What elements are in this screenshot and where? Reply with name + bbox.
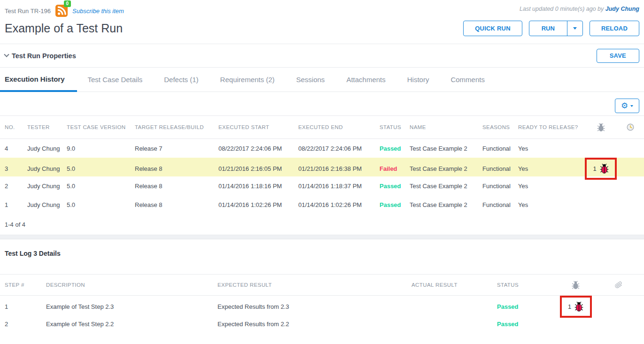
section-divider [0, 235, 644, 239]
tab-execution-history[interactable]: Execution History [0, 68, 77, 92]
execution-history-table: NO. TESTER TEST CASE VERSION TARGET RELE… [0, 115, 644, 214]
header-actions: QUICK RUN RUN RELOAD [463, 21, 639, 36]
test-run-properties-toggle[interactable]: Test Run Properties [5, 52, 76, 60]
status-badge: Failed [380, 165, 410, 172]
status-badge: Passed [380, 201, 410, 208]
tab-defects[interactable]: Defects (1) [153, 68, 209, 92]
cell-tester: Judy Chung [27, 183, 67, 190]
test-log-details-title: Test Log 3 Details [0, 239, 644, 257]
clock-icon [627, 123, 634, 131]
cell-start: 01/21/2016 2:16:05 PM [218, 165, 298, 172]
subscription-count-badge: 0 [64, 0, 71, 7]
subscribe-link[interactable]: Subscribe this item [72, 8, 124, 15]
cell-tester: Judy Chung [27, 145, 67, 152]
cell-no: 3 [5, 165, 27, 172]
cell-tester: Judy Chung [27, 165, 67, 172]
run-dropdown-button[interactable] [567, 21, 582, 36]
col-seasons[interactable]: SEASONS [482, 124, 518, 130]
test-log-steps-table: STEP # DESCRIPTION EXPECTED RESULT ACTUA… [0, 274, 644, 333]
col-attachments[interactable] [593, 281, 644, 289]
step-row[interactable]: 1 Example of Test Step 2.3 Expected Resu… [0, 296, 644, 314]
status-badge: Passed [497, 303, 558, 310]
tab-requirements[interactable]: Requirements (2) [209, 68, 286, 92]
defect-annotation-box[interactable]: 1 [585, 158, 617, 180]
col-defects[interactable] [585, 123, 617, 132]
cell-description: Example of Test Step 2.3 [46, 303, 217, 310]
execution-row-selected[interactable]: 3 Judy Chung 5.0 Release 8 01/21/2016 2:… [0, 158, 644, 176]
col-no[interactable]: NO. [5, 124, 27, 130]
execution-row[interactable]: 4 Judy Chung 9.0 Release 7 08/22/2017 2:… [0, 139, 644, 158]
col-name[interactable]: NAME [410, 124, 482, 130]
col-step-number[interactable]: STEP # [5, 282, 46, 288]
execution-row[interactable]: 1 Judy Chung 5.0 Release 8 01/14/2016 1:… [0, 195, 644, 214]
col-time-tracking[interactable] [617, 123, 644, 131]
cell-version: 5.0 [67, 201, 135, 208]
cell-step: 2 [5, 321, 46, 328]
defect-count: 1 [568, 303, 571, 310]
ladybug-icon [574, 301, 583, 312]
cell-seasons: Functional [482, 145, 518, 152]
cell-expected: Expected Results from 2.2 [217, 321, 411, 328]
updated-by-user-link[interactable]: Judy Chung [605, 6, 639, 12]
paperclip-icon [614, 280, 623, 290]
steps-table-header: STEP # DESCRIPTION EXPECTED RESULT ACTUA… [0, 274, 644, 296]
col-target-release-build[interactable]: TARGET RELEASE/BUILD [135, 124, 218, 130]
cell-start: 08/22/2017 2:24:06 PM [218, 145, 298, 152]
col-defects[interactable] [558, 281, 593, 290]
col-status[interactable]: STATUS [497, 282, 558, 288]
cell-name: Test Case Example 2 [410, 201, 482, 208]
run-split-button: RUN [529, 21, 583, 36]
cell-defects: 1 [558, 296, 593, 318]
col-description[interactable]: DESCRIPTION [46, 282, 217, 288]
cell-no: 2 [5, 183, 27, 190]
ladybug-icon [600, 163, 609, 174]
rss-feed-icon[interactable]: 0 [55, 5, 68, 17]
cell-end: 01/21/2016 2:16:38 PM [298, 165, 380, 172]
run-button[interactable]: RUN [529, 21, 567, 36]
col-ready-to-release[interactable]: READY TO RELEASE? [518, 124, 585, 130]
col-executed-start[interactable]: EXECUTED START [218, 124, 298, 130]
cell-step: 1 [5, 303, 46, 310]
tab-attachments[interactable]: Attachments [335, 68, 396, 92]
gear-icon: ⚙ [621, 102, 628, 110]
status-badge: Passed [497, 321, 558, 328]
cell-ready: Yes [518, 165, 585, 172]
cell-name: Test Case Example 2 [410, 183, 482, 190]
quick-run-button[interactable]: QUICK RUN [463, 21, 522, 36]
tab-sessions[interactable]: Sessions [286, 68, 336, 92]
step-row[interactable]: 2 Example of Test Step 2.2 Expected Resu… [0, 314, 644, 333]
cell-version: 9.0 [67, 145, 135, 152]
page-title: Example of a Test Run [5, 22, 123, 35]
item-type-label: Test Run [5, 8, 29, 15]
cell-end: 01/14/2016 1:18:37 PM [298, 183, 380, 190]
cell-target: Release 8 [135, 183, 218, 190]
save-button[interactable]: SAVE [597, 49, 639, 63]
cell-version: 5.0 [67, 165, 135, 172]
cell-target: Release 8 [135, 201, 218, 208]
col-actual-result[interactable]: ACTUAL RESULT [411, 282, 497, 288]
col-status[interactable]: STATUS [380, 124, 410, 130]
cell-version: 5.0 [67, 183, 135, 190]
tab-comments[interactable]: Comments [440, 68, 496, 92]
execution-row[interactable]: 2 Judy Chung 5.0 Release 8 01/14/2016 1:… [0, 176, 644, 195]
defect-annotation-box[interactable]: 1 [560, 296, 592, 318]
cell-target: Release 7 [135, 145, 218, 152]
tab-history[interactable]: History [396, 68, 440, 92]
chevron-down-icon [4, 52, 9, 57]
tab-bar: Execution History Test Case Details Defe… [0, 68, 644, 92]
defect-count: 1 [593, 165, 596, 172]
cell-no: 4 [5, 145, 27, 152]
cell-seasons: Functional [482, 201, 518, 208]
caret-down-icon [573, 27, 577, 30]
col-expected-result[interactable]: EXPECTED RESULT [217, 282, 411, 288]
last-updated-text: Last updated 0 minute(s) ago by Judy Chu… [520, 5, 639, 12]
col-test-case-version[interactable]: TEST CASE VERSION [67, 124, 135, 130]
tab-test-case-details[interactable]: Test Case Details [77, 68, 154, 92]
col-tester[interactable]: TESTER [27, 124, 67, 130]
cell-ready: Yes [518, 145, 585, 152]
page-header: Test Run TR-196 0 Subscribe this item La… [0, 0, 644, 44]
cell-start: 01/14/2016 1:02:26 PM [218, 201, 298, 208]
table-settings-button[interactable]: ⚙ [615, 99, 639, 113]
reload-button[interactable]: RELOAD [590, 21, 639, 36]
col-executed-end[interactable]: EXECUTED END [298, 124, 380, 130]
